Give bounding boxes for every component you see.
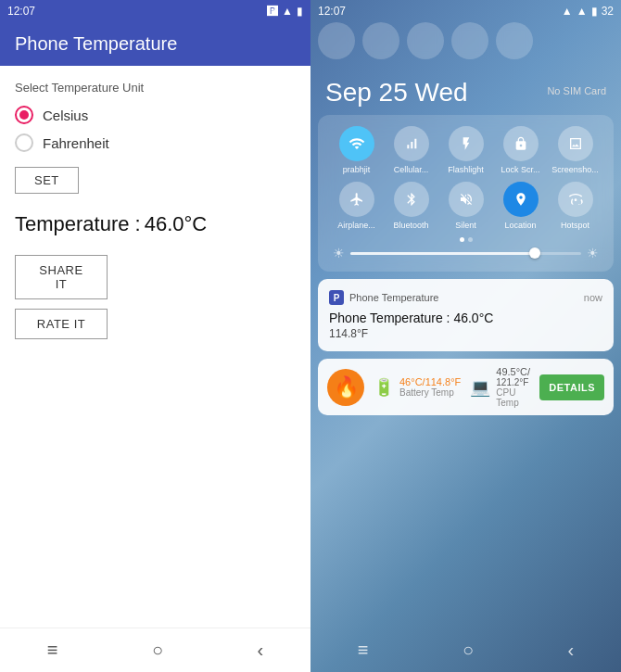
qs-cellular[interactable]: Cellular...	[387, 126, 436, 174]
right-status-bar: 12:07 ▲ ▲ ▮ 32	[310, 0, 621, 22]
qs-dot-1	[460, 237, 464, 242]
left-status-bar: 12:07 🅿 ▲ ▮	[0, 0, 310, 22]
qs-flashlight[interactable]: Flashlight	[442, 126, 490, 174]
qs-silent-icon[interactable]	[449, 182, 484, 217]
celsius-radio-button[interactable]	[15, 106, 33, 124]
temperature-display: Temperature : 46.0°C	[15, 212, 296, 236]
qs-screenshot-icon[interactable]	[558, 126, 593, 161]
notif-body: 114.8°F	[329, 327, 602, 340]
blurred-app-3	[407, 22, 444, 59]
widget-cpu-section: 💻 49.5°C/ 121.2°F CPU Temp	[470, 366, 530, 408]
quick-settings-panel: prabhjit Cellular... Flashlight	[318, 115, 614, 272]
fahrenheit-radio-button[interactable]	[15, 133, 33, 152]
right-spacer	[310, 423, 621, 628]
right-wifi-icon: ▲	[562, 5, 573, 18]
qs-hotspot[interactable]: Hotspot	[551, 182, 600, 230]
qs-hotspot-icon[interactable]	[558, 182, 593, 217]
rate-button[interactable]: RATE IT	[15, 309, 108, 339]
right-menu-icon[interactable]: ≡	[358, 640, 369, 661]
brightness-low-icon: ☀	[333, 246, 345, 260]
right-panel: 12:07 ▲ ▲ ▮ 32 Sep 25 Wed No SIM Card	[310, 0, 621, 672]
date-display: Sep 25 Wed No SIM Card	[310, 63, 621, 115]
brightness-slider[interactable]	[350, 252, 581, 255]
right-battery-pct: 32	[602, 5, 614, 18]
blurred-apps-row	[310, 22, 621, 59]
left-nav-bar: ≡ ○ ‹	[0, 628, 310, 672]
notif-time: now	[584, 292, 602, 303]
left-home-icon[interactable]: ○	[152, 640, 163, 661]
widget-cpu-temp: 49.5°C/	[496, 366, 530, 377]
qs-screenshot[interactable]: Screensho...	[551, 126, 600, 174]
qs-flashlight-icon[interactable]	[449, 126, 484, 161]
notif-app-name: Phone Temperature	[349, 292, 438, 303]
notif-title: Phone Temperature : 46.0°C	[329, 311, 602, 325]
temperature-value: 46.0°C	[145, 212, 208, 236]
right-status-icons: ▲ ▲ ▮ 32	[562, 5, 614, 18]
widget-battery-label: Battery Temp	[399, 387, 461, 398]
right-home-icon[interactable]: ○	[463, 640, 474, 661]
qs-bluetooth-icon[interactable]	[394, 182, 429, 217]
qs-cellular-icon[interactable]	[394, 126, 429, 161]
right-back-icon[interactable]: ‹	[568, 640, 575, 661]
left-status-icons: 🅿 ▲ ▮	[267, 5, 303, 18]
quick-settings-row-1: prabhjit Cellular... Flashlight	[329, 126, 602, 174]
notification-header: P Phone Temperature now	[329, 290, 602, 305]
brightness-thumb[interactable]	[529, 247, 540, 259]
qs-bluetooth-label: Bluetooth	[387, 221, 436, 230]
qs-wifi-label: prabhjit	[333, 165, 381, 174]
notif-app-icon: P	[329, 290, 344, 305]
widget-cpu-values: 49.5°C/ 121.2°F CPU Temp	[496, 366, 530, 408]
fahrenheit-radio-item[interactable]: Fahrenheit	[15, 133, 296, 152]
qs-cellular-label: Cellular...	[387, 165, 436, 174]
brightness-high-icon: ☀	[587, 246, 599, 260]
qs-wifi-icon[interactable]	[339, 126, 374, 161]
notification-card: P Phone Temperature now Phone Temperatur…	[318, 279, 614, 351]
share-button[interactable]: SHARE IT	[15, 255, 108, 299]
qs-silent[interactable]: Silent	[442, 182, 490, 230]
qs-location-icon[interactable]	[503, 182, 539, 217]
qs-airplane-icon[interactable]	[339, 182, 374, 217]
right-content: 12:07 ▲ ▲ ▮ 32 Sep 25 Wed No SIM Card	[310, 0, 621, 672]
left-content: Select Temperature Unit Celsius Fahrenhe…	[0, 66, 310, 628]
radio-group: Celsius Fahrenheit	[15, 106, 296, 152]
qs-lock-icon[interactable]	[503, 126, 539, 161]
app-title: Phone Temperature	[15, 33, 296, 55]
no-sim-text: No SIM Card	[547, 85, 606, 96]
left-header: Phone Temperature	[0, 22, 310, 66]
blurred-app-4	[451, 22, 488, 59]
qs-location-label: Location	[497, 221, 545, 230]
left-menu-icon[interactable]: ≡	[47, 640, 58, 661]
date-text: Sep 25 Wed	[325, 78, 468, 108]
qs-location[interactable]: Location	[497, 182, 545, 230]
qs-screenshot-label: Screensho...	[551, 165, 600, 174]
set-button[interactable]: SET	[15, 167, 79, 194]
left-time: 12:07	[7, 5, 35, 18]
qs-wifi[interactable]: prabhjit	[333, 126, 381, 174]
widget-battery-values: 46°C/114.8°F Battery Temp	[399, 376, 461, 398]
right-time: 12:07	[318, 5, 346, 18]
parking-icon: 🅿	[267, 5, 278, 18]
qs-airplane[interactable]: Airplane...	[333, 182, 381, 230]
left-back-icon[interactable]: ‹	[258, 640, 264, 661]
left-panel: 12:07 🅿 ▲ ▮ Phone Temperature Select Tem…	[0, 0, 310, 672]
qs-dot-2	[468, 237, 473, 242]
fahrenheit-label: Fahrenheit	[43, 135, 109, 151]
qs-lock-screen[interactable]: Lock Scr...	[497, 126, 545, 174]
blurred-app-1	[318, 22, 355, 59]
temperature-label: Temperature :	[15, 212, 141, 236]
quick-settings-row-2: Airplane... Bluetooth Silent	[329, 182, 602, 230]
celsius-label: Celsius	[43, 108, 88, 123]
qs-flashlight-label: Flashlight	[442, 165, 490, 174]
qs-bluetooth[interactable]: Bluetooth	[387, 182, 436, 230]
widget-battery-section: 🔋 46°C/114.8°F Battery Temp	[374, 376, 461, 398]
blurred-app-5	[496, 22, 533, 59]
qs-lock-label: Lock Scr...	[497, 165, 545, 174]
widget-flame-icon: 🔥	[327, 369, 364, 406]
qs-dots	[329, 237, 602, 242]
right-battery-icon: ▮	[591, 5, 598, 18]
qs-airplane-label: Airplane...	[333, 221, 381, 230]
celsius-radio-item[interactable]: Celsius	[15, 106, 296, 124]
widget-details-button[interactable]: DETAILS	[539, 374, 604, 400]
qs-silent-label: Silent	[442, 221, 490, 230]
select-label: Select Temperature Unit	[15, 81, 296, 95]
